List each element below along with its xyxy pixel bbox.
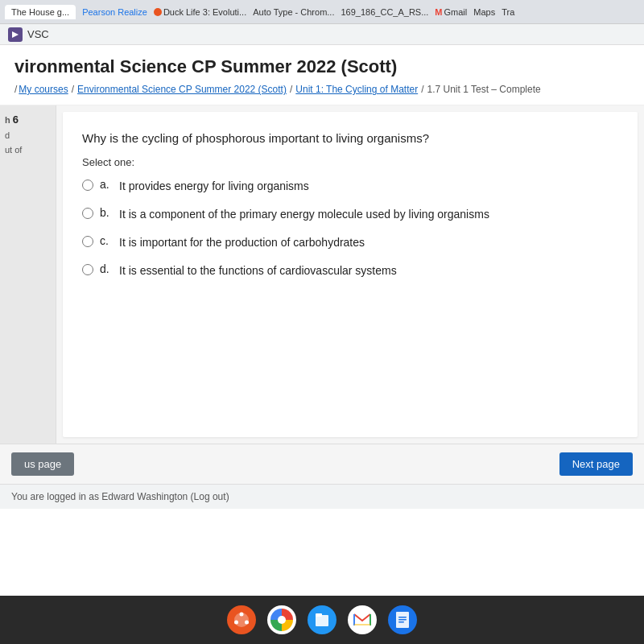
page-title: vironmental Science CP Summer 2022 (Scot… <box>14 56 630 77</box>
breadcrumb: / My courses / Environmental Science CP … <box>14 80 630 100</box>
radio-a[interactable] <box>82 180 93 191</box>
breadcrumb-sep-3: / <box>421 84 423 95</box>
radio-c[interactable] <box>82 236 93 247</box>
select-one-label: Select one: <box>82 156 618 168</box>
sidebar-h-label: h <box>5 115 13 125</box>
question-text: Why is the cycling of phosphorous import… <box>82 130 618 148</box>
sidebar-question-num: h 6 <box>5 114 51 126</box>
option-b-letter: b. <box>100 206 113 219</box>
breadcrumb-unit[interactable]: Unit 1: The Cycling of Matter <box>295 84 418 95</box>
chrome-ring <box>270 609 293 631</box>
vsc-icon <box>8 27 23 42</box>
svg-rect-12 <box>398 621 404 623</box>
option-d-text: It is essential to the functions of card… <box>119 262 397 279</box>
next-page-button[interactable]: Next page <box>559 452 633 476</box>
sidebar: h 6 d ut of <box>0 105 56 444</box>
footer-text: You are logged in as Edward Washington (… <box>11 491 229 502</box>
sidebar-answered: d <box>5 130 51 140</box>
breadcrumb-course[interactable]: Environmental Science CP Summer 2022 (Sc… <box>77 84 287 95</box>
tab-cc[interactable]: 169_186_CC_A_RS... <box>341 7 429 17</box>
svg-rect-6 <box>316 613 322 617</box>
svg-rect-10 <box>398 617 407 618</box>
options-list: a. It provides energy for living organis… <box>82 178 618 279</box>
svg-rect-11 <box>398 619 407 621</box>
svg-rect-8 <box>354 624 370 625</box>
breadcrumb-sep-2: / <box>290 84 292 95</box>
taskbar-docs-icon[interactable] <box>388 605 417 634</box>
main-layout: h 6 d ut of Why is the cycling of phosph… <box>0 105 644 444</box>
sidebar-out-of: ut of <box>5 145 51 155</box>
option-a[interactable]: a. It provides energy for living organis… <box>82 178 618 195</box>
radio-d[interactable] <box>82 264 93 275</box>
vsc-label[interactable]: VSC <box>27 28 49 40</box>
breadcrumb-mycourses[interactable]: My courses <box>19 84 68 95</box>
vsc-bar: VSC <box>0 24 644 45</box>
taskbar-ubuntu-icon[interactable] <box>227 605 256 634</box>
tab-gmail[interactable]: M Gmail <box>435 7 467 17</box>
tab-autotype[interactable]: Auto Type - Chrom... <box>253 7 334 17</box>
nav-buttons-row: us page Next page <box>0 444 644 484</box>
taskbar-chrome-icon[interactable] <box>267 605 296 634</box>
option-a-letter: a. <box>100 178 113 191</box>
taskbar-files-icon[interactable] <box>308 605 336 634</box>
tab-tra[interactable]: Tra <box>502 7 514 17</box>
prev-page-button[interactable]: us page <box>11 452 74 476</box>
tab-maps[interactable]: Maps <box>473 7 495 17</box>
ducklife-favicon <box>154 8 162 16</box>
breadcrumb-sep-1: / <box>72 84 74 95</box>
svg-marker-0 <box>12 31 19 38</box>
page-header: vironmental Science CP Summer 2022 (Scot… <box>0 45 644 105</box>
svg-point-2 <box>240 613 244 617</box>
footer: You are logged in as Edward Washington (… <box>0 484 644 509</box>
option-c[interactable]: c. It is important for the production of… <box>82 234 618 251</box>
question-area: Why is the cycling of phosphorous import… <box>63 112 638 437</box>
option-a-text: It provides energy for living organisms <box>119 178 309 195</box>
tab-ducklife[interactable]: Duck Life 3: Evoluti... <box>154 7 246 17</box>
tab-house[interactable]: The House g... <box>5 5 76 19</box>
breadcrumb-slash-0: / <box>14 84 17 95</box>
option-d[interactable]: d. It is essential to the functions of c… <box>82 262 618 279</box>
tab-pearson[interactable]: Pearson Realize <box>82 7 147 17</box>
svg-rect-5 <box>316 615 328 626</box>
gmail-favicon: M <box>435 7 442 17</box>
option-b[interactable]: b. It is a component of the primary ener… <box>82 206 618 223</box>
browser-tabs-bar: The House g... Pearson Realize Duck Life… <box>0 0 644 24</box>
svg-point-4 <box>245 621 249 625</box>
breadcrumb-test: 1.7 Unit 1 Test – Complete <box>427 84 540 95</box>
option-c-letter: c. <box>100 234 113 247</box>
taskbar-gmail-icon[interactable] <box>348 605 377 634</box>
option-d-letter: d. <box>100 262 113 275</box>
svg-point-3 <box>234 621 238 625</box>
taskbar <box>0 596 644 644</box>
radio-b[interactable] <box>82 208 93 219</box>
option-b-text: It is a component of the primary energy … <box>119 206 489 223</box>
option-c-text: It is important for the production of ca… <box>119 234 365 251</box>
